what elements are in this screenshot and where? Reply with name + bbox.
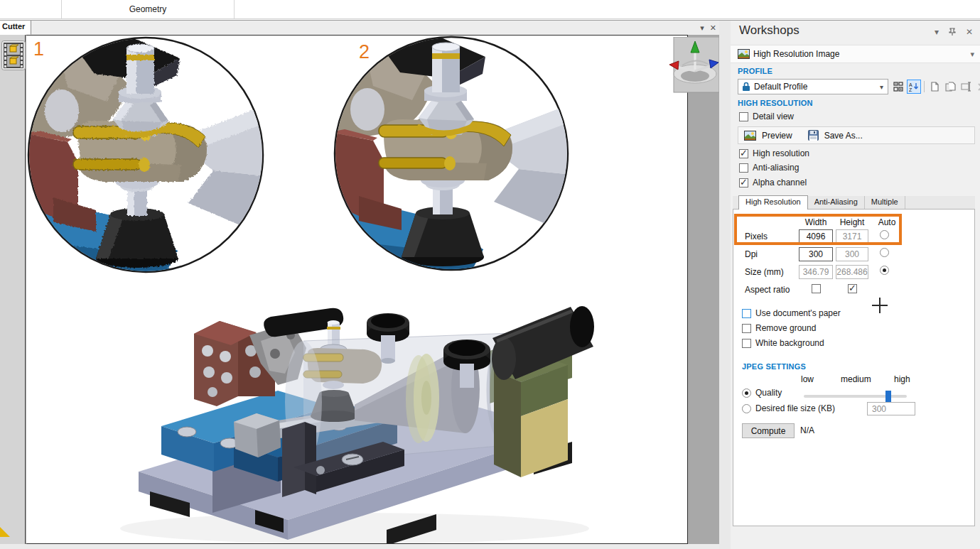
profile-combobox[interactable]: Default Profile ▾ — [738, 79, 888, 94]
checkbox-box[interactable] — [742, 324, 751, 333]
filmstrip-icon[interactable] — [1, 40, 26, 72]
ribbon-tab-geometry[interactable]: Geometry — [61, 0, 235, 18]
ribbon-bar: Geometry — [0, 0, 980, 19]
image-icon — [738, 49, 750, 59]
compute-button[interactable]: Compute — [742, 423, 795, 438]
aspect-ratio-label: Aspect ratio — [745, 285, 790, 295]
column-header-auto: Auto — [869, 217, 905, 227]
compute-result: N/A — [800, 425, 814, 435]
checkbox-box[interactable] — [739, 149, 748, 158]
tab-high-resolution[interactable]: High Resolution — [738, 195, 808, 210]
checkbox-box[interactable] — [742, 309, 751, 318]
checkbox-label: Remove ground — [755, 323, 816, 333]
workshop-selector-label: High Resolution Image — [753, 49, 839, 59]
checkbox-box[interactable] — [739, 178, 748, 187]
pixels-width-input[interactable] — [799, 229, 833, 244]
white-background-checkbox[interactable]: White background — [742, 338, 824, 348]
checkbox-label: Alpha channel — [753, 178, 807, 187]
save-as-button[interactable]: Save As... — [824, 131, 863, 141]
quality-radio[interactable] — [742, 388, 751, 398]
workshops-panel: Workshops ▾ ✕ High Resolution Image ▾ PR… — [731, 20, 980, 549]
column-header-width: Width — [798, 217, 834, 227]
left-toolbar — [0, 35, 26, 544]
application-window: Geometry Cutter ▾ ✕ — [0, 0, 980, 549]
profile-value: Default Profile — [754, 82, 807, 92]
panel-title: Workshops — [739, 23, 799, 38]
document-dropdown-icon[interactable]: ▾ — [700, 24, 704, 32]
document-area: Cutter ▾ ✕ — [0, 20, 719, 549]
checkbox-box[interactable] — [739, 163, 748, 173]
checkbox-box[interactable] — [739, 112, 748, 121]
checkbox-label: Anti-aliasing — [753, 163, 799, 173]
aspect-ratio-height-checkbox[interactable] — [848, 284, 857, 293]
panel-close-icon[interactable]: ✕ — [966, 28, 973, 36]
document-tabbar: Cutter ▾ ✕ — [0, 21, 719, 35]
use-documents-paper-checkbox[interactable]: Use document's paper — [742, 308, 841, 318]
delete-profile-button[interactable] — [974, 80, 980, 94]
preview-icon[interactable] — [744, 131, 756, 141]
anti-aliasing-checkbox[interactable]: Anti-aliasing — [739, 163, 799, 173]
pixels-height-input — [836, 229, 868, 244]
file-size-input — [867, 402, 915, 415]
workshop-selector[interactable]: High Resolution Image ▾ — [731, 45, 980, 63]
column-header-height: Height — [834, 217, 870, 227]
copy-profile-button[interactable] — [943, 80, 957, 94]
checkbox-label: Use document's paper — [755, 308, 841, 318]
alpha-channel-checkbox[interactable]: Alpha channel — [739, 178, 807, 187]
sort-alphabetical-button[interactable]: AZ — [907, 80, 921, 94]
checkbox-label: White background — [755, 338, 824, 348]
view-orientation-triad[interactable] — [668, 37, 719, 97]
checkbox-box[interactable] — [742, 339, 751, 348]
document-body: 1 2 — [0, 35, 719, 549]
3d-scene — [26, 36, 686, 543]
rename-profile-button[interactable] — [959, 80, 973, 94]
tab-anti-aliasing[interactable]: Anti-Aliasing — [808, 196, 865, 210]
dpi-width-input[interactable] — [799, 247, 833, 261]
document-tab-cutter[interactable]: Cutter — [0, 21, 31, 35]
document-close-icon[interactable]: ✕ — [710, 24, 716, 32]
svg-text:Z: Z — [909, 87, 912, 92]
pixels-auto-radio[interactable] — [880, 230, 889, 239]
size-width-input — [799, 265, 833, 279]
document-bottom-strip — [0, 544, 719, 549]
lock-icon — [742, 82, 750, 92]
toolbar-separator — [924, 81, 925, 92]
file-size-radio[interactable] — [742, 404, 751, 413]
settings-tabstrip: High Resolution Anti-Aliasing Multiple — [733, 196, 975, 210]
pin-icon[interactable] — [949, 28, 956, 36]
high-resolution-header: HIGH RESOLUTION — [738, 99, 813, 107]
quality-label: Quality — [755, 388, 782, 398]
quality-medium-label: medium — [841, 374, 871, 384]
model-viewport[interactable]: 1 2 — [26, 35, 688, 544]
file-size-label: Desired file size (KB) — [755, 403, 835, 413]
svg-text:A: A — [909, 82, 912, 87]
size-height-input — [836, 265, 868, 279]
tab-multiple[interactable]: Multiple — [865, 196, 905, 210]
chevron-down-icon: ▾ — [970, 50, 974, 59]
panel-dropdown-icon[interactable]: ▾ — [935, 28, 939, 36]
pixels-label: Pixels — [745, 232, 768, 241]
preview-save-toolbar: Preview Save As... — [738, 126, 975, 144]
dpi-label: Dpi — [745, 249, 758, 259]
preview-button[interactable]: Preview — [762, 131, 792, 141]
slider-track[interactable] — [804, 395, 907, 398]
save-icon[interactable] — [808, 130, 819, 141]
quality-radio-row[interactable]: Quality — [742, 388, 782, 398]
dpi-auto-radio[interactable] — [880, 248, 889, 257]
quality-high-label: high — [894, 374, 910, 384]
remove-ground-checkbox[interactable]: Remove ground — [742, 323, 816, 333]
profile-header: PROFILE — [738, 67, 772, 75]
aspect-ratio-width-checkbox[interactable] — [812, 284, 821, 293]
quality-slider[interactable] — [804, 391, 907, 402]
high-resolution-checkbox[interactable]: High resolution — [739, 148, 809, 158]
size-auto-radio[interactable] — [880, 266, 889, 275]
panel-splitter[interactable] — [719, 20, 731, 549]
size-label: Size (mm) — [745, 267, 784, 277]
new-profile-button[interactable] — [927, 80, 942, 94]
checkbox-label: High resolution — [753, 148, 809, 158]
categorized-view-button[interactable] — [891, 80, 905, 94]
slider-thumb[interactable] — [885, 391, 891, 402]
checkbox-label: Detail view — [753, 112, 794, 121]
detail-view-checkbox[interactable]: Detail view — [739, 112, 794, 121]
file-size-radio-row[interactable]: Desired file size (KB) — [742, 403, 835, 413]
